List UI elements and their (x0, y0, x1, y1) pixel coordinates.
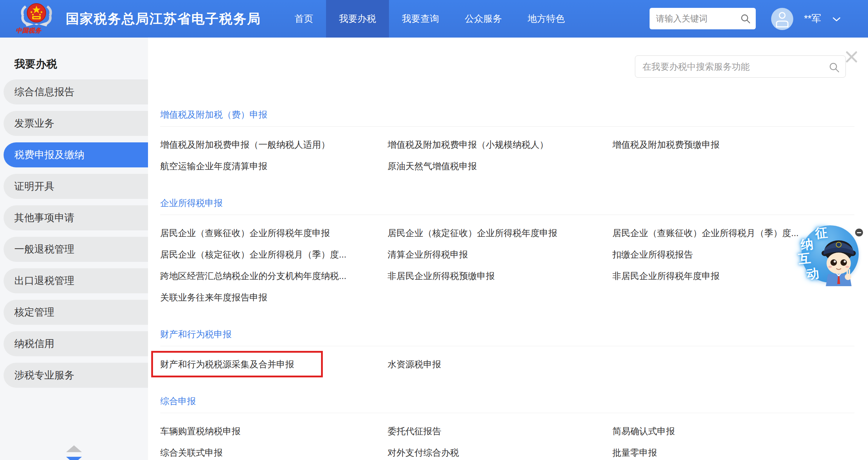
service-row: 车辆购置税纳税申报委托代征报告简易确认式申报 (160, 420, 854, 442)
mascot-text: 动 (806, 265, 820, 283)
sidebar-item[interactable]: 发票业务 (4, 111, 148, 136)
service-link[interactable]: 简易确认式申报 (612, 425, 675, 437)
sidebar: 我要办税 综合信息报告发票业务税费申报及缴纳证明开具其他事项申请一般退税管理出口… (0, 38, 148, 460)
section-title[interactable]: 财产和行为税申报 (160, 328, 854, 340)
service-link[interactable]: 清算企业所得税申报 (388, 249, 468, 260)
service-link[interactable]: 增值税及附加税费预缴申报 (612, 139, 720, 151)
service-link[interactable]: 关联业务往来年度报告申报 (160, 292, 267, 303)
chevron-down-icon[interactable] (832, 17, 841, 22)
main-nav: 首页我要办税我要查询公众服务地方特色 (282, 0, 578, 38)
service-sections: 增值税及附加税（费）申报增值税及附加税费申报（一般纳税人适用）增值税及附加税费申… (160, 109, 854, 460)
top-header: 中国税务 国家税务总局江苏省电子税务局 首页我要办税我要查询公众服务地方特色 *… (0, 0, 868, 38)
nav-item[interactable]: 我要办税 (326, 0, 389, 38)
sidebar-scroll-up-icon[interactable] (66, 445, 82, 452)
service-link[interactable]: 对外支付综合办税 (388, 447, 459, 459)
mascot-widget[interactable]: 征 纳 互 动 (797, 220, 862, 290)
section-title[interactable]: 增值税及附加税（费）申报 (160, 109, 854, 121)
service-link[interactable]: 增值税及附加税费申报（小规模纳税人） (388, 139, 548, 151)
nav-item[interactable]: 地方特色 (515, 0, 578, 38)
panel-search-icon[interactable] (828, 62, 840, 73)
nav-item[interactable]: 公众服务 (452, 0, 515, 38)
service-link[interactable]: 水资源税申报 (388, 358, 441, 370)
service-link[interactable]: 居民企业（查账征收）企业所得税月（季）度... (612, 227, 799, 239)
service-row: 综合关联式申报对外支付综合办税批量零申报 (160, 442, 854, 460)
service-row: 关联业务往来年度报告申报 (160, 287, 854, 308)
service-row: 增值税及附加税费申报（一般纳税人适用）增值税及附加税费申报（小规模纳税人）增值税… (160, 134, 854, 155)
header-search-box (650, 8, 756, 29)
service-link[interactable]: 居民企业（核定征收）企业所得税月（季）度... (160, 249, 346, 260)
sidebar-item[interactable]: 证明开具 (4, 174, 148, 199)
logo-caption: 中国税务 (16, 26, 57, 35)
service-link[interactable]: 车辆购置税纳税申报 (160, 425, 241, 437)
sidebar-item[interactable]: 纳税信用 (4, 331, 148, 356)
service-link[interactable]: 批量零申报 (612, 447, 657, 459)
sidebar-title: 我要办税 (14, 57, 57, 72)
service-link[interactable]: 扣缴企业所得税报告 (612, 249, 693, 260)
service-link-highlighted[interactable]: 财产和行为税税源采集及合并申报 (160, 358, 294, 370)
service-link[interactable]: 委托代征报告 (388, 425, 441, 437)
nav-item[interactable]: 首页 (282, 0, 326, 38)
sidebar-item[interactable]: 其他事项申请 (4, 205, 148, 230)
service-section: 企业所得税申报居民企业（查账征收）企业所得税年度申报居民企业（核定征收）企业所得… (160, 197, 854, 308)
person-icon (775, 11, 789, 28)
service-link[interactable]: 居民企业（查账征收）企业所得税年度申报 (160, 227, 330, 239)
services-panel: 增值税及附加税（费）申报增值税及附加税费申报（一般纳税人适用）增值税及附加税费申… (148, 38, 868, 460)
sidebar-item[interactable]: 一般退税管理 (4, 237, 148, 262)
section-title[interactable]: 综合申报 (160, 395, 854, 407)
sidebar-item[interactable]: 综合信息报告 (4, 79, 148, 104)
service-section: 财产和行为税申报财产和行为税税源采集及合并申报水资源税申报 (160, 328, 854, 375)
nav-item[interactable]: 我要查询 (389, 0, 452, 38)
section-title[interactable]: 企业所得税申报 (160, 197, 854, 209)
service-link[interactable]: 综合关联式申报 (160, 447, 223, 459)
sidebar-menu: 综合信息报告发票业务税费申报及缴纳证明开具其他事项申请一般退税管理出口退税管理核… (0, 79, 148, 394)
service-link[interactable]: 航空运输企业年度清算申报 (160, 160, 267, 172)
service-link[interactable]: 原油天然气增值税申报 (388, 160, 477, 172)
mascot-minimize-button[interactable] (855, 229, 863, 236)
service-row: 居民企业（核定征收）企业所得税月（季）度...清算企业所得税申报扣缴企业所得税报… (160, 244, 854, 265)
sidebar-item[interactable]: 涉税专业服务 (4, 363, 148, 388)
close-icon[interactable] (844, 50, 859, 64)
sidebar-scroll-down-icon[interactable] (66, 457, 82, 460)
panel-search-box (635, 55, 846, 78)
service-row: 航空运输企业年度清算申报原油天然气增值税申报 (160, 155, 854, 177)
service-section: 增值税及附加税（费）申报增值税及附加税费申报（一般纳税人适用）增值税及附加税费申… (160, 109, 854, 177)
sidebar-item[interactable]: 核定管理 (4, 300, 148, 325)
service-link[interactable]: 跨地区经营汇总纳税企业的分支机构年度纳税... (160, 270, 346, 282)
sidebar-item[interactable]: 出口退税管理 (4, 268, 148, 293)
service-link[interactable]: 非居民企业所得税预缴申报 (388, 270, 495, 282)
service-row: 居民企业（查账征收）企业所得税年度申报居民企业（核定征收）企业所得税年度申报居民… (160, 222, 854, 244)
user-avatar[interactable] (771, 8, 793, 30)
panel-search-input[interactable] (635, 56, 845, 77)
mascot-text: 征 (814, 224, 829, 242)
username-label[interactable]: **军 (804, 0, 821, 38)
sidebar-item[interactable]: 税费申报及缴纳 (4, 142, 148, 167)
service-section: 综合申报车辆购置税纳税申报委托代征报告简易确认式申报综合关联式申报对外支付综合办… (160, 395, 854, 460)
service-link[interactable]: 非居民企业所得税年度申报 (612, 270, 720, 282)
service-link[interactable]: 居民企业（核定征收）企业所得税年度申报 (388, 227, 557, 239)
service-link[interactable]: 增值税及附加税费申报（一般纳税人适用） (160, 139, 330, 151)
site-title: 国家税务总局江苏省电子税务局 (66, 0, 261, 38)
service-row: 财产和行为税税源采集及合并申报水资源税申报 (160, 353, 854, 375)
tax-emblem-icon (18, 3, 55, 26)
service-row: 跨地区经营汇总纳税企业的分支机构年度纳税...非居民企业所得税预缴申报非居民企业… (160, 265, 854, 287)
site-logo: 中国税务 (15, 1, 58, 36)
search-icon[interactable] (740, 13, 751, 24)
mascot-text: 互 (798, 250, 812, 268)
